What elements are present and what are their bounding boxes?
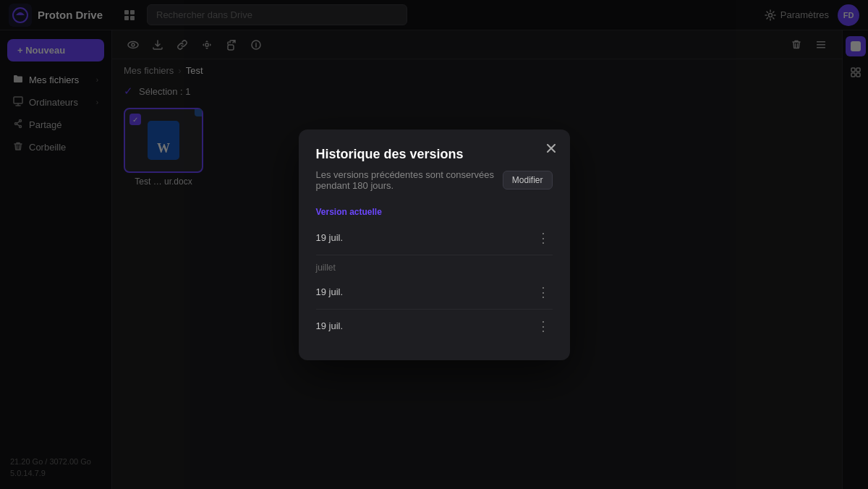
current-version-label: Version actuelle <box>316 203 553 220</box>
modal-subtitle: Les versions précédentes sont conservées… <box>316 169 553 191</box>
version-date-v2: 19 juil. <box>316 286 344 297</box>
modify-button[interactable]: Modifier <box>503 171 553 190</box>
version-dots-current[interactable]: ⋮ <box>534 229 553 247</box>
version-dots-v3[interactable]: ⋮ <box>534 317 553 336</box>
modal-title: Historique des versions <box>316 147 553 162</box>
version-history-modal: Historique des versions Les versions pré… <box>299 129 570 360</box>
version-date-current: 19 juil. <box>316 232 344 243</box>
modal-close-button[interactable] <box>542 140 560 157</box>
version-item-current: 19 juil. ⋮ <box>316 221 553 255</box>
version-date-v3: 19 juil. <box>316 320 344 331</box>
modal-subtitle-text: Les versions précédentes sont conservées… <box>316 169 503 191</box>
version-item-v3: 19 juil. ⋮ <box>316 310 553 343</box>
version-item-v2: 19 juil. ⋮ <box>316 276 553 310</box>
version-dots-v2[interactable]: ⋮ <box>534 283 553 302</box>
modal-overlay[interactable]: Historique des versions Les versions pré… <box>0 0 868 489</box>
version-group-juillet: juillet <box>316 255 553 276</box>
